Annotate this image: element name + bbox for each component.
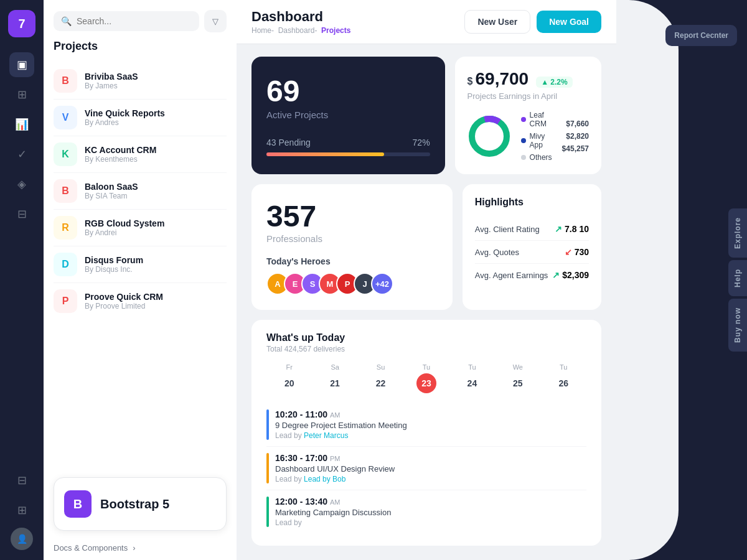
right-panel-curve <box>616 0 679 560</box>
nav-icon-layers[interactable]: ◈ <box>9 172 34 197</box>
donut-row: Leaf CRMMivy AppOthers $7,660$2,820$45,2… <box>467 111 589 162</box>
project-by: By SIA Team <box>85 192 138 200</box>
cal-day-num: 25 <box>508 373 528 393</box>
filter-button[interactable]: ▽ <box>204 10 227 32</box>
project-info: Vine Quick Reports By Andres <box>85 108 165 127</box>
cal-day[interactable]: Su 22 <box>358 363 403 393</box>
project-by: By Andrei <box>85 228 164 237</box>
project-icon: D <box>54 253 77 276</box>
event-ampm: AM <box>330 498 341 506</box>
pending-label: 43 Pending <box>266 138 311 147</box>
docs-label: Docs & Components <box>54 543 128 553</box>
event-lead: Lead by Peter Marcus <box>275 431 407 440</box>
project-item[interactable]: B Briviba SaaS By James <box>54 63 227 100</box>
legend-item: Leaf CRM <box>521 111 552 128</box>
search-input[interactable] <box>77 16 192 26</box>
explore-button[interactable]: Explore <box>728 208 747 258</box>
prof-count: 357 <box>266 199 438 233</box>
project-icon: B <box>54 69 77 93</box>
project-icon: B <box>54 179 77 203</box>
side-buttons: Explore Help Buy now <box>728 208 747 352</box>
new-goal-button[interactable]: New Goal <box>537 11 601 33</box>
event-name: Dashboard UI/UX Design Review <box>275 464 395 474</box>
legend-item: Mivy App <box>521 132 552 149</box>
cal-day-num: 23 <box>416 373 436 393</box>
svg-point-0 <box>472 119 507 154</box>
project-icon: P <box>54 289 77 313</box>
new-user-button[interactable]: New User <box>464 10 530 34</box>
cal-day-name: Su <box>358 363 403 371</box>
help-button[interactable]: Help <box>728 260 747 296</box>
dashboard-body: 69 Active Projects 43 Pending 72% $ 69,7… <box>237 44 616 560</box>
project-icon: V <box>54 106 77 129</box>
donut-chart <box>467 114 511 158</box>
project-item[interactable]: D Disqus Forum By Disqus Inc. <box>54 246 227 283</box>
cal-day-num: 22 <box>371 373 391 393</box>
user-avatar[interactable]: 👤 <box>11 528 33 550</box>
cal-day-num: 20 <box>280 373 299 393</box>
search-input-wrap[interactable]: 🔍 <box>54 11 199 31</box>
project-item[interactable]: P Proove Quick CRM By Proove Limited <box>54 283 227 319</box>
bootstrap-card[interactable]: B Bootstrap 5 <box>54 477 227 531</box>
project-item[interactable]: B Baloon SaaS By SIA Team <box>54 173 227 210</box>
cal-day-num: 26 <box>553 373 573 393</box>
nav-icon-chart[interactable]: 📊 <box>9 112 34 137</box>
row-1: 69 Active Projects 43 Pending 72% $ 69,7… <box>251 57 601 174</box>
legend-name: Mivy App <box>530 132 552 149</box>
report-button[interactable]: Report Cecnter <box>665 25 737 46</box>
project-by: By James <box>85 82 138 90</box>
prof-label: Professionals <box>266 233 438 244</box>
project-item[interactable]: R RGB Cloud System By Andrei <box>54 210 227 246</box>
legend-name: Leaf CRM <box>530 111 552 128</box>
event-lead: Lead by <box>275 518 391 527</box>
project-info: Baloon SaaS By SIA Team <box>85 182 138 200</box>
nav-icon-dashboard[interactable]: ▣ <box>9 52 34 77</box>
project-item[interactable]: V Vine Quick Reports By Andres <box>54 100 227 136</box>
cal-day[interactable]: Fr 20 <box>266 363 312 393</box>
highlight-val: ↗ 7.8 10 <box>555 224 589 234</box>
event-name: 9 Degree Project Estimation Meeting <box>275 421 407 430</box>
docs-link[interactable]: Docs & Components › <box>44 538 237 560</box>
event-ampm: PM <box>330 455 341 462</box>
main-content: Dashboard Home- Dashboard- Projects New … <box>237 0 616 560</box>
event-time: 16:30 - 17:00 PM <box>275 453 395 463</box>
breadcrumb-active: Projects <box>321 26 350 35</box>
event-lead-link[interactable]: Peter Marcus <box>304 431 348 440</box>
project-name: Disqus Forum <box>85 255 143 265</box>
cal-day[interactable]: We 25 <box>495 363 540 393</box>
legend-value: $2,820 <box>562 132 589 141</box>
project-name: KC Account CRM <box>85 145 156 155</box>
card-highlights: Highlights Avg. Client Rating ↗ 7.8 10 A… <box>463 184 601 310</box>
highlight-row: Avg. Client Rating ↗ 7.8 10 <box>475 218 589 241</box>
cal-day-name: Tu <box>403 363 449 371</box>
nav-icon-box[interactable]: ⊟ <box>9 202 34 226</box>
highlight-row: Avg. Quotes ↙ 730 <box>475 241 589 264</box>
project-item[interactable]: K KC Account CRM By Keenthemes <box>54 136 227 173</box>
card-professionals: 357 Professionals Today's Heroes AESMPJ+… <box>251 184 453 310</box>
nav-icon-check[interactable]: ✓ <box>9 142 34 167</box>
nav-icon-grid2[interactable]: ⊞ <box>9 498 34 523</box>
project-name: Vine Quick Reports <box>85 108 165 118</box>
event-details: 16:30 - 17:00 PM Dashboard UI/UX Design … <box>275 453 395 483</box>
earnings-badge: ▲ 2.2% <box>536 77 573 88</box>
highlight-key: Avg. Quotes <box>475 248 519 257</box>
cal-day[interactable]: Tu 23 <box>403 363 449 393</box>
user-number-badge[interactable]: 7 <box>8 10 35 37</box>
progress-bar-wrap <box>266 152 430 156</box>
cal-day[interactable]: Sa 21 <box>312 363 357 393</box>
active-count: 69 <box>266 74 430 108</box>
cal-day[interactable]: Tu 24 <box>449 363 495 393</box>
card-earnings: $ 69,700 ▲ 2.2% Projects Earnings in Apr… <box>455 57 601 174</box>
project-info: Briviba SaaS By James <box>85 72 138 90</box>
nav-icon-settings[interactable]: ⊟ <box>9 468 34 493</box>
legend-dot <box>521 155 526 160</box>
earnings-value: 69,700 <box>476 69 529 89</box>
cal-day[interactable]: Tu 26 <box>541 363 586 393</box>
pending-pct: 72% <box>413 138 430 147</box>
buynow-button[interactable]: Buy now <box>728 299 747 352</box>
search-icon: 🔍 <box>61 16 72 26</box>
event-lead-link[interactable]: Lead by Bob <box>304 475 345 483</box>
event-name: Marketing Campaign Discussion <box>275 508 391 517</box>
nav-icon-grid[interactable]: ⊞ <box>9 82 34 107</box>
project-info: Disqus Forum By Disqus Inc. <box>85 255 143 274</box>
